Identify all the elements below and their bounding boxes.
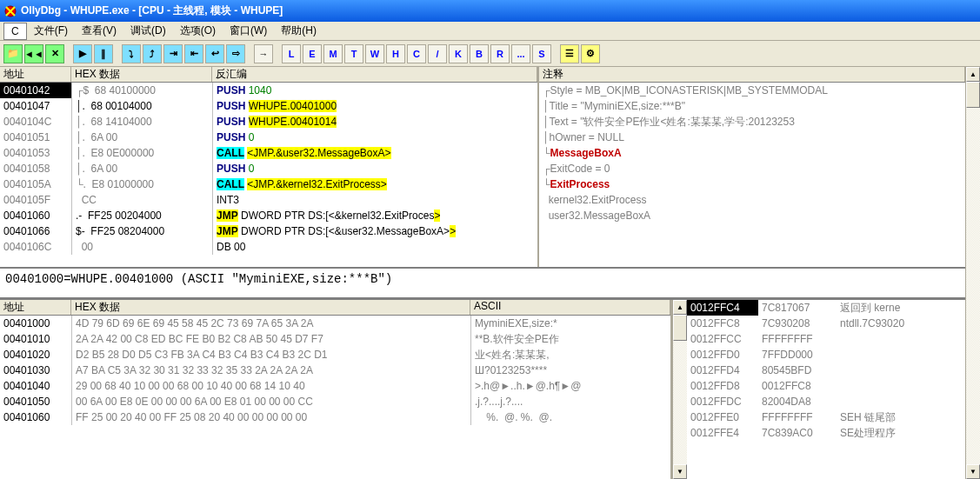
info-line: 00401000=WHUPE.00401000 (ASCII "MyminiEX… <box>0 269 965 300</box>
tb-stepinto-icon[interactable]: ⤵ <box>122 44 141 63</box>
disasm-row[interactable]: 0040106C 00DB 00 <box>0 239 537 255</box>
disasm-row[interactable]: 00401060.- FF25 00204000JMP DWORD PTR DS… <box>0 208 537 223</box>
dump-row[interactable]: 004010102A 2A 42 00 C8 ED BC FE B0 B2 C8… <box>0 331 670 347</box>
tb-pause-icon[interactable]: ‖ <box>94 44 113 63</box>
menu-window[interactable]: 窗口(W) <box>223 22 274 40</box>
dump-col-hex[interactable]: HEX 数据 <box>71 300 470 315</box>
menu-help[interactable]: 帮助(H) <box>274 22 323 40</box>
menu-c[interactable]: C <box>3 23 27 40</box>
tb-window-b[interactable]: B <box>470 44 489 63</box>
tb-open-icon[interactable]: 📁 <box>3 44 23 63</box>
comment-row: │hOwner = NULL <box>539 130 965 145</box>
col-disasm[interactable]: 反汇编 <box>212 67 537 82</box>
scroll-up-icon[interactable]: ▲ <box>966 67 980 82</box>
menu-file[interactable]: 文件(F) <box>27 22 75 40</box>
comment-row: ┌Style = MB_OK|MB_ICONASTERISK|MB_SYSTEM… <box>539 83 965 98</box>
comment-row: │Title = "MyminiEXE,size:***B" <box>539 98 965 114</box>
comment-row: └ExitProcess <box>539 176 965 192</box>
dump-row[interactable]: 004010004D 79 6D 69 6E 69 45 58 45 2C 73… <box>0 316 670 331</box>
dump-col-addr[interactable]: 地址 <box>0 300 71 315</box>
comments-panel[interactable]: 注释 ┌Style = MB_OK|MB_ICONASTERISK|MB_SYS… <box>539 67 965 267</box>
comment-row: user32.MessageBoxA <box>539 208 965 223</box>
dump-col-ascii[interactable]: ASCII <box>470 300 670 315</box>
disasm-row[interactable]: 0040105A└. E8 01000000CALL <JMP.&kernel3… <box>0 176 537 192</box>
scroll-thumb[interactable] <box>966 82 980 108</box>
tb-window-s[interactable]: S <box>532 44 551 63</box>
tb-till-icon[interactable]: ⇨ <box>226 44 245 63</box>
stack-row[interactable]: 0012FFE0FFFFFFFFSEH 链尾部 <box>687 409 965 425</box>
disasm-row[interactable]: 00401053│. E8 0E000000CALL <JMP.&user32.… <box>0 145 537 161</box>
scroll-down-icon[interactable]: ▼ <box>966 464 980 479</box>
comment-row: └MessageBoxA <box>539 145 965 161</box>
window-titlebar: OllyDbg - WHUPE.exe - [CPU - 主线程, 模块 - W… <box>0 0 980 22</box>
tb-window-w[interactable]: W <box>365 44 384 63</box>
tb-rewind-icon[interactable]: ◄◄ <box>24 44 43 63</box>
window-title: OllyDbg - WHUPE.exe - [CPU - 主线程, 模块 - W… <box>21 3 283 18</box>
col-hex[interactable]: HEX 数据 <box>71 67 212 82</box>
dump-scrollbar[interactable]: ▲ ▼ <box>672 300 687 479</box>
disassembly-panel[interactable]: 地址 HEX 数据 反汇编 00401042┌$ 68 40100000PUSH… <box>0 67 539 267</box>
scroll-up-icon[interactable]: ▲ <box>673 300 687 315</box>
cpu-scrollbar[interactable]: ▲ ▼ <box>965 67 980 479</box>
app-icon <box>3 4 17 18</box>
col-comment[interactable]: 注释 <box>539 67 965 82</box>
tb-traceinto-icon[interactable]: ⇤ <box>184 44 203 63</box>
menu-options[interactable]: 选项(O) <box>173 22 223 40</box>
tb-goto-icon[interactable]: → <box>254 44 273 63</box>
stack-row[interactable]: 0012FFC47C817067返回到 kerne <box>687 300 965 316</box>
comment-row: │Text = "软件安全PE作业<姓名:某某某,学号:20123253 <box>539 114 965 130</box>
tb-window-h[interactable]: H <box>386 44 405 63</box>
cpu-pane: 地址 HEX 数据 反汇编 00401042┌$ 68 40100000PUSH… <box>0 67 965 269</box>
col-address[interactable]: 地址 <box>0 67 71 82</box>
disasm-row[interactable]: 00401047│. 68 00104000PUSH WHUPE.0040100… <box>0 98 537 114</box>
menubar: C 文件(F) 查看(V) 调试(D) 选项(O) 窗口(W) 帮助(H) <box>0 22 980 41</box>
dump-row[interactable]: 00401030A7 BA C5 3A 32 30 31 32 33 32 35… <box>0 363 670 378</box>
tb-tillret-icon[interactable]: ↩ <box>205 44 224 63</box>
dump-row[interactable]: 0040104029 00 68 40 10 00 00 68 00 10 40… <box>0 378 670 394</box>
stack-row[interactable]: 0012FFE47C839AC0SE处理程序 <box>687 425 965 441</box>
tb-window-k[interactable]: K <box>449 44 468 63</box>
stack-row[interactable]: 0012FFD480545BFD <box>687 363 965 378</box>
dump-row[interactable]: 00401020D2 B5 28 D0 D5 C3 FB 3A C4 B3 C4… <box>0 347 670 363</box>
menu-view[interactable]: 查看(V) <box>75 22 123 40</box>
tb-stepover-icon[interactable]: ⤴ <box>143 44 162 63</box>
menu-debug[interactable]: 调试(D) <box>123 22 173 40</box>
tb-appearance-icon[interactable]: ⚙ <box>581 44 600 63</box>
tb-window-r[interactable]: R <box>490 44 510 63</box>
tb-close-icon[interactable]: ✕ <box>45 44 64 63</box>
tb-options-icon[interactable]: ☰ <box>560 44 579 63</box>
toolbar: 📁 ◄◄ ✕ ▶ ‖ ⤵ ⤴ ⇥ ⇤ ↩ ⇨ → LEMTWHC/KBR...S… <box>0 41 980 67</box>
stack-row[interactable]: 0012FFCCFFFFFFFF <box>687 331 965 347</box>
tb-window-m[interactable]: M <box>323 44 343 63</box>
stack-row[interactable]: 0012FFC87C930208ntdll.7C93020 <box>687 316 965 331</box>
disasm-row[interactable]: 00401042┌$ 68 40100000PUSH 1040 <box>0 83 537 98</box>
disasm-row[interactable]: 00401058│. 6A 00PUSH 0 <box>0 161 537 176</box>
disasm-row[interactable]: 0040104C│. 68 14104000PUSH WHUPE.0040101… <box>0 114 537 130</box>
tb-window-l[interactable]: L <box>282 44 301 63</box>
dump-panel[interactable]: 地址 HEX 数据 ASCII 004010004D 79 6D 69 6E 6… <box>0 300 672 479</box>
comment-row: kernel32.ExitProcess <box>539 192 965 208</box>
tb-window-/[interactable]: / <box>428 44 447 63</box>
stack-panel[interactable]: 0012FFC47C817067返回到 kerne0012FFC87C93020… <box>687 300 965 479</box>
disasm-row[interactable]: 00401066$- FF25 08204000JMP DWORD PTR DS… <box>0 223 537 239</box>
stack-row[interactable]: 0012FFD07FFDD000 <box>687 347 965 363</box>
tb-window-t[interactable]: T <box>344 44 363 63</box>
tb-window-c[interactable]: C <box>407 44 426 63</box>
disasm-row[interactable]: 00401051│. 6A 00PUSH 0 <box>0 130 537 145</box>
scroll-down-icon[interactable]: ▼ <box>673 464 687 479</box>
tb-window-e[interactable]: E <box>303 44 322 63</box>
dump-row[interactable]: 0040105000 6A 00 E8 0E 00 00 00 6A 00 E8… <box>0 394 670 409</box>
tb-run-icon[interactable]: ▶ <box>73 44 92 63</box>
disasm-row[interactable]: 0040105F CCINT3 <box>0 192 537 208</box>
tb-window-...[interactable]: ... <box>511 44 530 63</box>
comment-row: ┌ExitCode = 0 <box>539 161 965 176</box>
dump-row[interactable]: 00401060FF 25 00 20 40 00 FF 25 08 20 40… <box>0 409 670 425</box>
tb-trace-icon[interactable]: ⇥ <box>163 44 183 63</box>
stack-row[interactable]: 0012FFD80012FFC8 <box>687 378 965 394</box>
scroll-thumb[interactable] <box>673 315 687 341</box>
stack-row[interactable]: 0012FFDC82004DA8 <box>687 394 965 409</box>
